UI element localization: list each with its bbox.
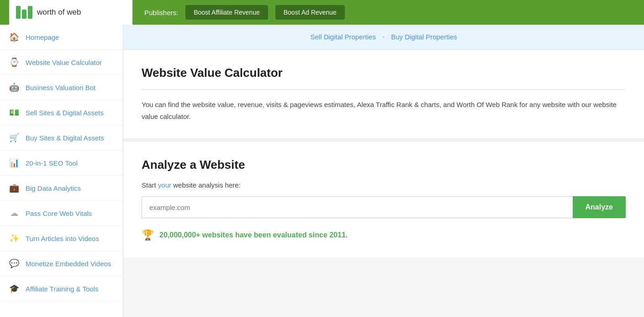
logo-bar-2 bbox=[22, 10, 26, 19]
analyze-input-row: Analyze bbox=[142, 196, 626, 218]
video-icon: ✨ bbox=[9, 233, 19, 243]
logo-bar-1 bbox=[16, 6, 21, 19]
stat-row: 🏆 20,000,000+ websites have been evaluat… bbox=[142, 229, 626, 241]
buy-icon: 🛒 bbox=[9, 133, 19, 143]
logo-icon bbox=[16, 6, 32, 19]
boost-affiliate-btn[interactable]: Boost Affiliate Revenue bbox=[185, 5, 268, 20]
home-icon: 🏠 bbox=[9, 32, 19, 42]
trophy-icon: 🏆 bbox=[142, 229, 154, 241]
sidebar-item-seo-tool[interactable]: 📊 20-in-1 SEO Tool bbox=[0, 150, 123, 176]
bot-icon: 🤖 bbox=[9, 82, 19, 92]
analyze-section: Analyze a Website Start your website ana… bbox=[123, 142, 644, 257]
section-description: You can find the website value, revenue,… bbox=[142, 99, 626, 122]
page-title: Website Value Calculator bbox=[142, 66, 626, 80]
sidebar-item-business-valuation-bot[interactable]: 🤖 Business Valuation Bot bbox=[0, 75, 123, 100]
sidebar-item-core-web-vitals[interactable]: ☁ Pass Core Web Vitals bbox=[0, 201, 123, 226]
wvc-section: Website Value Calculator You can find th… bbox=[123, 50, 644, 142]
sidebar-label-videos: Turn Articles into Videos bbox=[26, 235, 99, 242]
sell-digital-properties-link[interactable]: Sell Digital Properties bbox=[311, 33, 376, 41]
sidebar-label-cwv: Pass Core Web Vitals bbox=[26, 210, 92, 217]
banner: Sell Digital Properties · Buy Digital Pr… bbox=[123, 25, 644, 50]
your-link[interactable]: your bbox=[158, 181, 171, 189]
sidebar-item-website-value-calculator[interactable]: ⌚ Website Value Calculator bbox=[0, 50, 123, 75]
sidebar-label-seo: 20-in-1 SEO Tool bbox=[26, 159, 78, 167]
analyze-title: Analyze a Website bbox=[142, 158, 626, 172]
section-divider bbox=[142, 89, 626, 90]
analyze-subtitle: Start your website analysis here: bbox=[142, 181, 626, 189]
analytics-icon: 💼 bbox=[9, 183, 19, 193]
website-input[interactable] bbox=[142, 196, 573, 218]
top-nav: worth of web Publishers: Boost Affiliate… bbox=[0, 0, 644, 25]
sidebar-label-wvc: Website Value Calculator bbox=[26, 59, 102, 66]
affiliate-icon: 🎓 bbox=[9, 284, 19, 294]
sidebar-label-bvb: Business Valuation Bot bbox=[26, 84, 95, 91]
logo-bar-3 bbox=[28, 6, 32, 19]
sidebar-item-big-data[interactable]: 💼 Big Data Analytics bbox=[0, 176, 123, 201]
sidebar-label-buy: Buy Sites & Digital Assets bbox=[26, 134, 104, 142]
sidebar-label-bigdata: Big Data Analytics bbox=[26, 184, 81, 192]
sidebar-item-affiliate-tools[interactable]: 🎓 Affiliate Training & Tools bbox=[0, 276, 123, 301]
main-content: Sell Digital Properties · Buy Digital Pr… bbox=[123, 25, 644, 317]
calculator-icon: ⌚ bbox=[9, 57, 19, 67]
sidebar-item-articles-videos[interactable]: ✨ Turn Articles into Videos bbox=[0, 226, 123, 251]
sidebar-label-sell: Sell Sites & Digital Assets bbox=[26, 109, 104, 117]
sidebar: 🏠 Homepage ⌚ Website Value Calculator 🤖 … bbox=[0, 25, 123, 317]
sidebar-label-homepage: Homepage bbox=[26, 33, 59, 41]
sell-icon: 💵 bbox=[9, 107, 19, 118]
boost-ad-btn[interactable]: Boost Ad Revenue bbox=[275, 5, 345, 20]
logo-text: worth of web bbox=[37, 8, 81, 17]
banner-dot: · bbox=[382, 33, 384, 41]
sidebar-item-homepage[interactable]: 🏠 Homepage bbox=[0, 25, 123, 50]
sidebar-item-sell-sites[interactable]: 💵 Sell Sites & Digital Assets bbox=[0, 100, 123, 125]
sidebar-item-buy-sites[interactable]: 🛒 Buy Sites & Digital Assets bbox=[0, 125, 123, 150]
page-layout: 🏠 Homepage ⌚ Website Value Calculator 🤖 … bbox=[0, 25, 644, 317]
monetize-icon: 💬 bbox=[9, 258, 19, 269]
publishers-label: Publishers: bbox=[144, 9, 178, 16]
cloud-icon: ☁ bbox=[9, 208, 19, 218]
sidebar-label-monetize: Monetize Embedded Videos bbox=[26, 260, 111, 268]
seo-icon: 📊 bbox=[9, 158, 19, 168]
buy-digital-properties-link[interactable]: Buy Digital Properties bbox=[391, 33, 457, 41]
sidebar-label-affiliate: Affiliate Training & Tools bbox=[26, 285, 99, 293]
logo-area: worth of web bbox=[9, 0, 132, 25]
analyze-button[interactable]: Analyze bbox=[573, 196, 626, 218]
sidebar-item-monetize-videos[interactable]: 💬 Monetize Embedded Videos bbox=[0, 251, 123, 276]
stat-text: 20,000,000+ websites have been evaluated… bbox=[159, 231, 348, 239]
